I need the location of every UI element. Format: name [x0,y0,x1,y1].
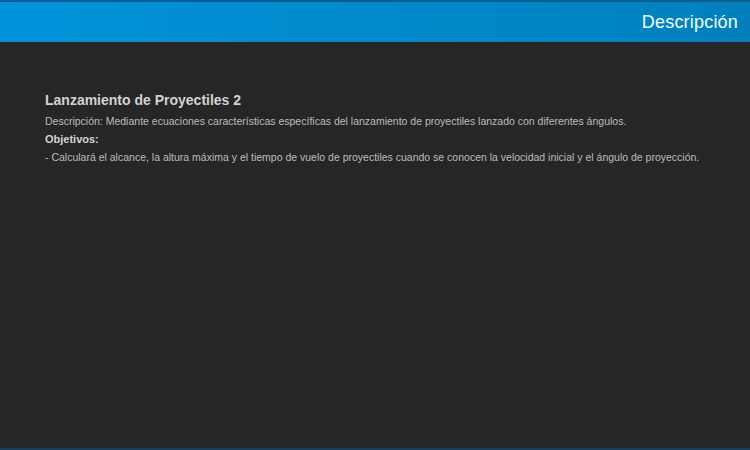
page-title: Descripción [642,12,738,33]
activity-description: Descripción: Mediante ecuaciones caracte… [45,116,720,127]
description-panel: Lanzamiento de Proyectiles 2 Descripción… [0,42,750,163]
objective-item: - Calculará el alcance, la altura máxima… [45,152,720,163]
objectives-label: Objetivos: [45,134,720,145]
activity-title: Lanzamiento de Proyectiles 2 [45,93,720,107]
title-bar: Descripción [0,0,750,42]
app-window: { "header": { "title": "Descripción" }, … [0,0,750,450]
